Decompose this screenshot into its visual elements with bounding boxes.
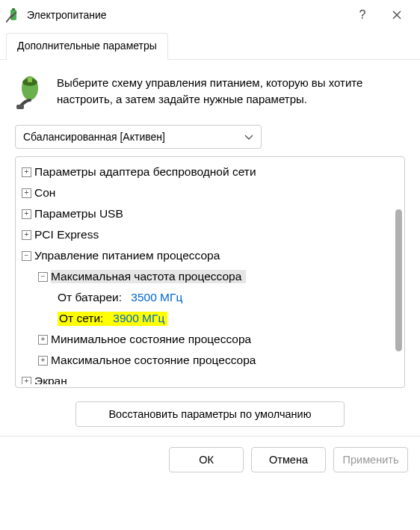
svg-rect-7 [16,105,24,109]
tree-item-wireless[interactable]: + Параметры адаптера беспроводной сети [22,161,394,182]
help-button[interactable]: ? [345,0,380,30]
power-plug-icon [15,75,45,113]
scrollbar-thumb[interactable] [395,209,402,351]
expand-icon[interactable]: + [22,209,31,219]
cancel-button[interactable]: Отмена [251,447,326,472]
power-battery-icon [6,7,21,22]
tree-label: PCI Express [34,228,99,241]
tree-label: Максимальное состояние процессора [51,354,256,367]
tab-label: Дополнительные параметры [17,40,157,52]
tree-item-sleep[interactable]: + Сон [22,182,394,203]
dialog-content: Выберите схему управления питанием, кото… [0,60,420,436]
tree-item-cpu-max-state[interactable]: + Максимальное состояние процессора [22,350,394,371]
intro-text: Выберите схему управления питанием, кото… [57,75,405,113]
collapse-icon[interactable]: − [38,272,48,282]
tree-label: Сон [34,186,55,200]
expand-icon[interactable]: + [22,230,31,240]
tab-strip: Дополнительные параметры [0,30,420,60]
tree-item-cpu-power[interactable]: − Управление питанием процессора [22,245,394,266]
button-label: Применить [343,454,399,466]
tree-label: Экран [34,375,67,384]
leaf-value[interactable]: 3900 МГц [113,312,164,324]
button-label: Восстановить параметры по умолчанию [108,408,311,420]
collapse-icon[interactable]: − [22,251,31,261]
leaf-value[interactable]: 3500 МГц [131,291,182,304]
tree-item-display[interactable]: + Экран [22,371,394,384]
power-plan-selected: Сбалансированная [Активен] [23,131,165,143]
expand-icon[interactable]: + [38,356,48,366]
chevron-down-icon [244,131,253,143]
tree-item-cpu-min-state[interactable]: + Минимальное состояние процессора [22,329,394,350]
ok-button[interactable]: ОК [169,447,244,472]
dialog-footer: ОК Отмена Применить [0,436,420,483]
close-button[interactable] [380,0,414,30]
expand-icon[interactable]: + [22,188,31,198]
tab-advanced[interactable]: Дополнительные параметры [6,33,168,60]
leaf-label: От сети: [59,312,103,324]
expand-icon[interactable]: + [22,377,31,385]
tree-leaf-on-battery[interactable]: От батареи: 3500 МГц [22,287,394,308]
apply-button[interactable]: Применить [333,447,408,472]
power-plan-dropdown[interactable]: Сбалансированная [Активен] [15,125,262,149]
svg-rect-1 [12,8,15,10]
close-icon [392,10,401,19]
tree-item-usb[interactable]: + Параметры USB [22,203,394,224]
expand-icon[interactable]: + [38,335,48,345]
expand-icon[interactable]: + [22,167,31,177]
tree-leaf-plugged-in[interactable]: От сети: 3900 МГц [22,308,394,329]
tree-item-pci-express[interactable]: + PCI Express [22,224,394,245]
settings-tree: + Параметры адаптера беспроводной сети +… [15,156,405,388]
leaf-label: От батареи: [58,291,122,304]
window-title: Электропитание [27,9,107,21]
titlebar: Электропитание ? [0,0,420,30]
tree-label: Максимальная частота процессора [51,270,246,283]
svg-rect-6 [28,78,32,82]
tree-label: Параметры USB [34,207,123,221]
tree-label: Параметры адаптера беспроводной сети [34,165,256,179]
help-icon: ? [359,8,366,22]
intro-row: Выберите схему управления питанием, кото… [15,75,405,113]
tree-label: Управление питанием процессора [34,249,220,262]
restore-defaults-button[interactable]: Восстановить параметры по умолчанию [75,401,345,427]
tree-item-cpu-max-freq[interactable]: − Максимальная частота процессора [22,266,394,287]
tree-label: Минимальное состояние процессора [51,333,251,346]
button-label: Отмена [269,454,308,466]
button-label: ОК [199,454,214,466]
